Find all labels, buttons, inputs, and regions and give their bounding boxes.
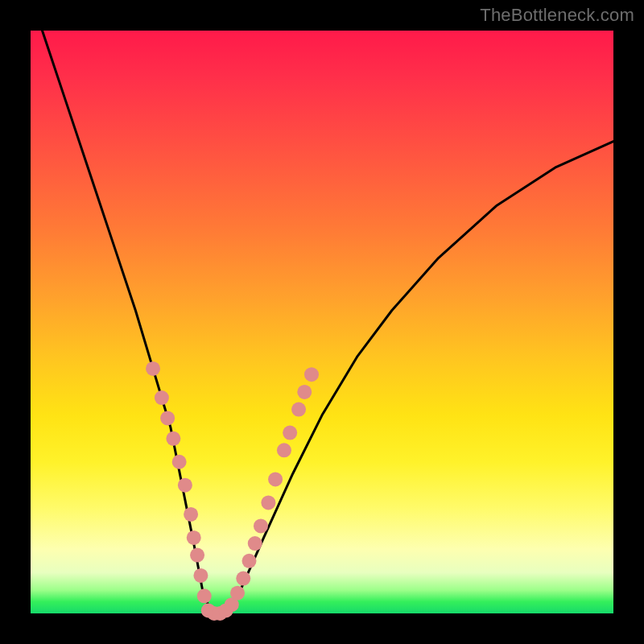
data-point bbox=[304, 367, 319, 382]
data-point bbox=[190, 548, 204, 563]
data-point bbox=[277, 443, 291, 457]
chart-frame: TheBottleneck.com bbox=[0, 0, 644, 644]
data-point bbox=[184, 507, 198, 522]
data-point bbox=[187, 530, 201, 545]
data-point bbox=[291, 402, 306, 417]
data-point bbox=[178, 478, 192, 493]
data-point bbox=[193, 568, 208, 583]
curve-line bbox=[42, 31, 613, 613]
data-point bbox=[242, 554, 257, 568]
curve-markers bbox=[146, 361, 319, 621]
data-point bbox=[160, 411, 175, 425]
data-point bbox=[283, 426, 297, 440]
data-point bbox=[155, 390, 169, 405]
data-point bbox=[230, 586, 245, 601]
watermark-text: TheBottleneck.com bbox=[480, 5, 634, 26]
plot-area bbox=[31, 31, 613, 613]
data-point bbox=[236, 572, 250, 586]
data-point bbox=[254, 518, 268, 533]
data-point bbox=[297, 385, 312, 399]
bottleneck-curve-path bbox=[42, 31, 613, 613]
data-point bbox=[261, 495, 275, 510]
data-point bbox=[268, 472, 283, 486]
data-point bbox=[172, 455, 187, 469]
data-point bbox=[146, 361, 160, 376]
chart-svg bbox=[31, 31, 613, 613]
data-point bbox=[166, 431, 180, 446]
data-point bbox=[197, 588, 212, 603]
data-point bbox=[248, 536, 262, 551]
